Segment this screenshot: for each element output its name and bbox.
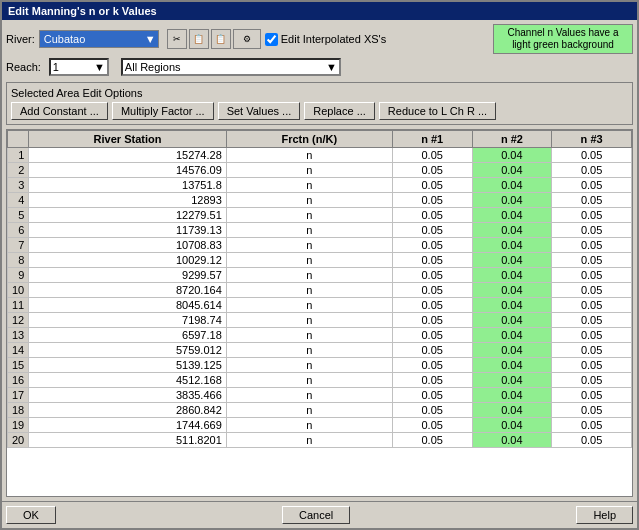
- n2-cell[interactable]: 0.04: [472, 268, 552, 283]
- n2-cell[interactable]: 0.04: [472, 193, 552, 208]
- n1-cell[interactable]: 0.05: [392, 388, 472, 403]
- river-station-cell[interactable]: 8720.164: [29, 283, 227, 298]
- table-row[interactable]: 710708.83n0.050.040.05: [8, 238, 632, 253]
- river-station-cell[interactable]: 4512.168: [29, 373, 227, 388]
- n2-cell[interactable]: 0.04: [472, 433, 552, 448]
- add-constant-button[interactable]: Add Constant ...: [11, 102, 108, 120]
- n1-cell[interactable]: 0.05: [392, 343, 472, 358]
- edit-interpolated-checkbox[interactable]: [265, 33, 278, 46]
- table-row[interactable]: 182860.842n0.050.040.05: [8, 403, 632, 418]
- region-combo[interactable]: All Regions ▼: [121, 58, 341, 76]
- n2-cell[interactable]: 0.04: [472, 238, 552, 253]
- reach-combo[interactable]: 1 ▼: [49, 58, 109, 76]
- river-station-cell[interactable]: 10029.12: [29, 253, 227, 268]
- table-row[interactable]: 512279.51n0.050.040.05: [8, 208, 632, 223]
- frctn-cell[interactable]: n: [226, 388, 392, 403]
- frctn-cell[interactable]: n: [226, 238, 392, 253]
- replace-button[interactable]: Replace ...: [304, 102, 375, 120]
- n2-cell[interactable]: 0.04: [472, 313, 552, 328]
- n1-cell[interactable]: 0.05: [392, 298, 472, 313]
- river-station-cell[interactable]: 5139.125: [29, 358, 227, 373]
- river-station-cell[interactable]: 12893: [29, 193, 227, 208]
- n3-cell[interactable]: 0.05: [552, 253, 632, 268]
- frctn-cell[interactable]: n: [226, 298, 392, 313]
- n1-cell[interactable]: 0.05: [392, 433, 472, 448]
- frctn-cell[interactable]: n: [226, 223, 392, 238]
- river-station-cell[interactable]: 7198.74: [29, 313, 227, 328]
- n3-cell[interactable]: 0.05: [552, 283, 632, 298]
- n2-cell[interactable]: 0.04: [472, 358, 552, 373]
- n1-cell[interactable]: 0.05: [392, 418, 472, 433]
- n2-cell[interactable]: 0.04: [472, 163, 552, 178]
- n2-cell[interactable]: 0.04: [472, 418, 552, 433]
- paste-button[interactable]: 📋: [211, 29, 231, 49]
- n3-cell[interactable]: 0.05: [552, 343, 632, 358]
- table-row[interactable]: 115274.28n0.050.040.05: [8, 148, 632, 163]
- frctn-cell[interactable]: n: [226, 433, 392, 448]
- n1-cell[interactable]: 0.05: [392, 238, 472, 253]
- river-station-cell[interactable]: 15274.28: [29, 148, 227, 163]
- n3-cell[interactable]: 0.05: [552, 148, 632, 163]
- n1-cell[interactable]: 0.05: [392, 178, 472, 193]
- n2-cell[interactable]: 0.04: [472, 373, 552, 388]
- table-row[interactable]: 164512.168n0.050.040.05: [8, 373, 632, 388]
- options-button[interactable]: ⚙: [233, 29, 261, 49]
- n2-cell[interactable]: 0.04: [472, 403, 552, 418]
- n2-cell[interactable]: 0.04: [472, 298, 552, 313]
- n1-cell[interactable]: 0.05: [392, 253, 472, 268]
- frctn-cell[interactable]: n: [226, 328, 392, 343]
- n1-cell[interactable]: 0.05: [392, 328, 472, 343]
- help-button[interactable]: Help: [576, 506, 633, 524]
- river-station-cell[interactable]: 9299.57: [29, 268, 227, 283]
- cut-button[interactable]: ✂: [167, 29, 187, 49]
- cancel-button[interactable]: Cancel: [282, 506, 350, 524]
- table-row[interactable]: 108720.164n0.050.040.05: [8, 283, 632, 298]
- n3-cell[interactable]: 0.05: [552, 238, 632, 253]
- n1-cell[interactable]: 0.05: [392, 208, 472, 223]
- river-station-cell[interactable]: 5759.012: [29, 343, 227, 358]
- frctn-cell[interactable]: n: [226, 178, 392, 193]
- n3-cell[interactable]: 0.05: [552, 163, 632, 178]
- n3-cell[interactable]: 0.05: [552, 403, 632, 418]
- n1-cell[interactable]: 0.05: [392, 358, 472, 373]
- frctn-cell[interactable]: n: [226, 163, 392, 178]
- frctn-cell[interactable]: n: [226, 373, 392, 388]
- n2-cell[interactable]: 0.04: [472, 178, 552, 193]
- n3-cell[interactable]: 0.05: [552, 358, 632, 373]
- table-row[interactable]: 20511.8201n0.050.040.05: [8, 433, 632, 448]
- river-station-cell[interactable]: 3835.466: [29, 388, 227, 403]
- n3-cell[interactable]: 0.05: [552, 433, 632, 448]
- table-row[interactable]: 412893n0.050.040.05: [8, 193, 632, 208]
- table-row[interactable]: 214576.09n0.050.040.05: [8, 163, 632, 178]
- n1-cell[interactable]: 0.05: [392, 163, 472, 178]
- n1-cell[interactable]: 0.05: [392, 193, 472, 208]
- ok-button[interactable]: OK: [6, 506, 56, 524]
- river-station-cell[interactable]: 6597.18: [29, 328, 227, 343]
- frctn-cell[interactable]: n: [226, 358, 392, 373]
- river-station-cell[interactable]: 8045.614: [29, 298, 227, 313]
- table-row[interactable]: 155139.125n0.050.040.05: [8, 358, 632, 373]
- n2-cell[interactable]: 0.04: [472, 388, 552, 403]
- river-combo[interactable]: Cubatao ▼: [39, 30, 159, 48]
- table-row[interactable]: 313751.8n0.050.040.05: [8, 178, 632, 193]
- n3-cell[interactable]: 0.05: [552, 223, 632, 238]
- n1-cell[interactable]: 0.05: [392, 148, 472, 163]
- frctn-cell[interactable]: n: [226, 268, 392, 283]
- river-station-cell[interactable]: 13751.8: [29, 178, 227, 193]
- river-station-cell[interactable]: 1744.669: [29, 418, 227, 433]
- table-row[interactable]: 191744.669n0.050.040.05: [8, 418, 632, 433]
- n3-cell[interactable]: 0.05: [552, 388, 632, 403]
- table-row[interactable]: 99299.57n0.050.040.05: [8, 268, 632, 283]
- frctn-cell[interactable]: n: [226, 193, 392, 208]
- river-station-cell[interactable]: 2860.842: [29, 403, 227, 418]
- table-row[interactable]: 136597.18n0.050.040.05: [8, 328, 632, 343]
- frctn-cell[interactable]: n: [226, 313, 392, 328]
- n1-cell[interactable]: 0.05: [392, 313, 472, 328]
- data-table-container[interactable]: River Station Frctn (n/K) n #1 n #2 n #3…: [6, 129, 633, 497]
- river-station-cell[interactable]: 511.8201: [29, 433, 227, 448]
- n2-cell[interactable]: 0.04: [472, 283, 552, 298]
- frctn-cell[interactable]: n: [226, 403, 392, 418]
- table-row[interactable]: 145759.012n0.050.040.05: [8, 343, 632, 358]
- n1-cell[interactable]: 0.05: [392, 373, 472, 388]
- n2-cell[interactable]: 0.04: [472, 253, 552, 268]
